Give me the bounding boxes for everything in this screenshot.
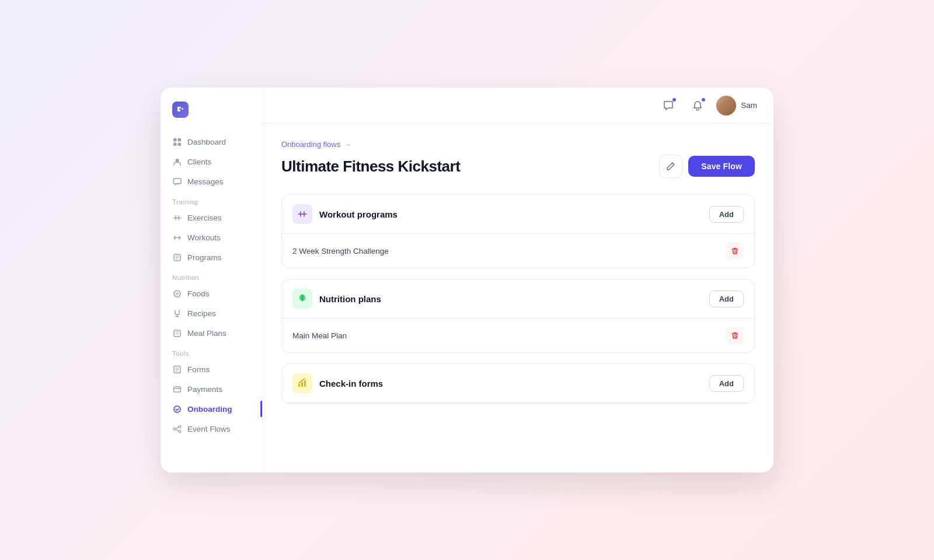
user-name: Sam — [741, 101, 757, 110]
svg-rect-5 — [173, 178, 181, 184]
forms-icon — [172, 365, 182, 374]
sidebar-item-payments[interactable]: Payments — [161, 379, 262, 399]
breadcrumb-parent-link[interactable]: Onboarding flows — [281, 140, 340, 149]
svg-point-4 — [175, 159, 179, 162]
avatar — [716, 96, 736, 116]
sidebar-item-exercises[interactable]: Exercises — [161, 208, 262, 228]
svg-rect-17 — [304, 380, 306, 387]
svg-rect-1 — [177, 138, 181, 142]
workout-title-group: Workout programs — [292, 204, 398, 224]
nutrition-section-icon — [292, 289, 312, 309]
flow-section-workout-programs: Workout programs Add 2 Week Strength Cha… — [281, 194, 755, 268]
save-flow-button[interactable]: Save Flow — [688, 156, 755, 177]
training-section-label: Training — [161, 191, 262, 208]
sidebar-item-label: Foods — [187, 289, 210, 298]
event-flows-icon — [172, 424, 182, 433]
sidebar-item-label: Clients — [187, 158, 211, 166]
onboarding-icon — [172, 404, 182, 414]
clients-icon — [172, 157, 182, 166]
sidebar-item-label: Event Flows — [187, 425, 231, 433]
flow-sections-container: Workout programs Add 2 Week Strength Cha… — [281, 194, 755, 404]
flow-item-name: 2 Week Strength Challenge — [292, 247, 389, 256]
svg-rect-10 — [173, 387, 180, 392]
nutrition-section-header: Nutrition plans Add — [282, 279, 754, 318]
flow-section-checkin-forms: Check-in forms Add — [281, 363, 755, 404]
page-content: Onboarding flows → Ultimate Fitness Kick… — [263, 124, 773, 473]
user-avatar-container[interactable]: Sam — [716, 96, 757, 116]
tools-section-label: Tools — [161, 343, 262, 359]
sidebar-item-label: Programs — [187, 253, 222, 262]
sidebar-item-workouts[interactable]: Workouts — [161, 228, 262, 247]
workout-section-icon — [292, 204, 312, 224]
sidebar-item-foods[interactable]: Foods — [161, 284, 262, 303]
breadcrumb: Onboarding flows → — [281, 140, 755, 149]
chat-button[interactable] — [658, 95, 679, 116]
chat-badge — [672, 97, 677, 102]
page-actions: Save Flow — [659, 155, 755, 178]
recipes-icon — [172, 309, 182, 318]
sidebar-item-label: Meal Plans — [187, 329, 226, 338]
checkin-add-button[interactable]: Add — [709, 375, 744, 392]
sidebar-item-recipes[interactable]: Recipes — [161, 303, 262, 323]
dashboard-icon — [172, 137, 182, 146]
checkin-section-name: Check-in forms — [319, 379, 383, 388]
delete-item-button[interactable] — [726, 327, 744, 344]
app-container: Dashboard Clients Messages Training — [161, 88, 773, 473]
sidebar-item-forms[interactable]: Forms — [161, 359, 262, 379]
sidebar-item-label: Exercises — [187, 214, 222, 222]
programs-icon — [172, 253, 182, 262]
foods-icon — [172, 289, 182, 298]
flow-item-name: Main Meal Plan — [292, 331, 347, 340]
page-title: Ultimate Fitness Kickstart — [281, 158, 460, 176]
messages-icon — [172, 177, 182, 186]
svg-point-14 — [179, 430, 181, 432]
sidebar-item-label: Workouts — [187, 233, 221, 242]
workout-section-header: Workout programs Add — [282, 195, 754, 234]
sidebar-item-label: Recipes — [187, 309, 216, 318]
svg-rect-15 — [298, 384, 300, 387]
app-header: Sam — [263, 88, 773, 124]
delete-item-button[interactable] — [726, 242, 744, 260]
sidebar-item-meal-plans[interactable]: Meal Plans — [161, 323, 262, 343]
flow-section-nutrition-plans: Nutrition plans Add Main Meal Plan — [281, 279, 755, 353]
sidebar-item-clients[interactable]: Clients — [161, 152, 262, 172]
sidebar-item-label: Onboarding — [187, 405, 232, 414]
sidebar: Dashboard Clients Messages Training — [161, 88, 263, 473]
notifications-button[interactable] — [687, 95, 708, 116]
svg-point-11 — [174, 406, 180, 412]
sidebar-item-label: Forms — [187, 365, 210, 374]
page-header: Ultimate Fitness Kickstart Save Flow — [281, 155, 755, 178]
sidebar-item-label: Payments — [187, 385, 222, 394]
table-row: 2 Week Strength Challenge — [282, 234, 754, 268]
svg-rect-2 — [173, 142, 177, 146]
sidebar-item-event-flows[interactable]: Event Flows — [161, 419, 262, 439]
avatar-image — [716, 96, 736, 116]
svg-rect-16 — [301, 382, 303, 387]
checkin-section-header: Check-in forms Add — [282, 364, 754, 403]
workout-add-button[interactable]: Add — [709, 206, 744, 223]
sidebar-logo — [161, 99, 262, 132]
payments-icon — [172, 384, 182, 394]
workouts-icon — [172, 233, 182, 242]
exercises-icon — [172, 213, 182, 222]
svg-rect-0 — [173, 138, 177, 142]
breadcrumb-arrow: → — [344, 140, 351, 149]
svg-point-12 — [173, 428, 176, 430]
nutrition-section-label: Nutrition — [161, 267, 262, 284]
sidebar-item-label: Dashboard — [187, 138, 226, 146]
main-content: Sam Onboarding flows → Ultimate Fitness … — [263, 88, 773, 473]
nutrition-title-group: Nutrition plans — [292, 289, 381, 309]
edit-button[interactable] — [659, 155, 682, 178]
sidebar-item-programs[interactable]: Programs — [161, 247, 262, 267]
nutrition-section-name: Nutrition plans — [319, 294, 381, 304]
sidebar-item-onboarding[interactable]: Onboarding — [161, 399, 262, 419]
sidebar-item-messages[interactable]: Messages — [161, 172, 262, 191]
checkin-section-icon — [292, 373, 312, 393]
workout-section-name: Workout programs — [319, 209, 398, 219]
sidebar-item-dashboard[interactable]: Dashboard — [161, 132, 262, 152]
sidebar-item-label: Messages — [187, 177, 224, 186]
nutrition-add-button[interactable]: Add — [709, 290, 744, 307]
checkin-title-group: Check-in forms — [292, 373, 383, 393]
svg-point-13 — [179, 425, 181, 428]
table-row: Main Meal Plan — [282, 318, 754, 352]
